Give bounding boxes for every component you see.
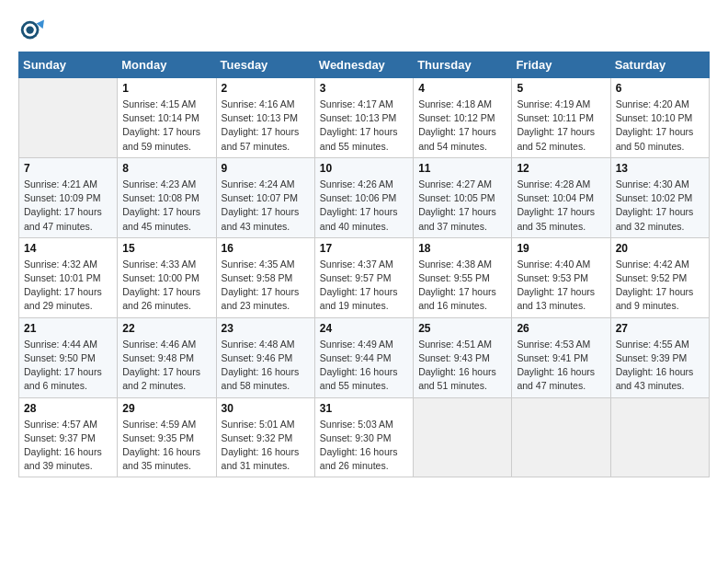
calendar-cell — [19, 78, 118, 158]
day-number: 17 — [320, 242, 408, 255]
day-info: Sunrise: 4:49 AM Sunset: 9:44 PM Dayligh… — [320, 338, 408, 394]
day-info: Sunrise: 4:59 AM Sunset: 9:35 PM Dayligh… — [122, 418, 210, 474]
weekday-header-monday: Monday — [118, 52, 216, 78]
day-info: Sunrise: 4:32 AM Sunset: 10:01 PM Daylig… — [24, 258, 112, 314]
day-info: Sunrise: 4:51 AM Sunset: 9:43 PM Dayligh… — [418, 338, 506, 394]
weekday-header-saturday: Saturday — [610, 52, 709, 78]
day-number: 22 — [122, 322, 210, 335]
day-info: Sunrise: 4:44 AM Sunset: 9:50 PM Dayligh… — [24, 338, 112, 394]
day-info: Sunrise: 4:48 AM Sunset: 9:46 PM Dayligh… — [222, 338, 310, 394]
day-info: Sunrise: 5:03 AM Sunset: 9:30 PM Dayligh… — [320, 418, 408, 474]
day-number: 2 — [222, 82, 310, 95]
day-number: 20 — [616, 242, 704, 255]
calendar-cell: 27Sunrise: 4:55 AM Sunset: 9:39 PM Dayli… — [610, 317, 709, 397]
calendar-week-row: 21Sunrise: 4:44 AM Sunset: 9:50 PM Dayli… — [19, 317, 710, 397]
calendar-cell: 28Sunrise: 4:57 AM Sunset: 9:37 PM Dayli… — [19, 397, 118, 477]
day-info: Sunrise: 4:18 AM Sunset: 10:12 PM Daylig… — [418, 98, 506, 154]
day-number: 5 — [517, 82, 605, 95]
day-info: Sunrise: 4:57 AM Sunset: 9:37 PM Dayligh… — [24, 418, 112, 474]
day-number: 14 — [24, 242, 112, 255]
day-info: Sunrise: 4:15 AM Sunset: 10:14 PM Daylig… — [122, 98, 210, 154]
page-header — [18, 18, 710, 44]
day-info: Sunrise: 4:26 AM Sunset: 10:06 PM Daylig… — [320, 178, 408, 234]
calendar-cell: 2Sunrise: 4:16 AM Sunset: 10:13 PM Dayli… — [216, 78, 314, 158]
calendar-cell: 17Sunrise: 4:37 AM Sunset: 9:57 PM Dayli… — [314, 237, 413, 317]
calendar-cell: 12Sunrise: 4:28 AM Sunset: 10:04 PM Dayl… — [512, 157, 610, 237]
day-info: Sunrise: 4:23 AM Sunset: 10:08 PM Daylig… — [122, 178, 210, 234]
day-info: Sunrise: 4:35 AM Sunset: 9:58 PM Dayligh… — [222, 258, 310, 314]
calendar-cell: 8Sunrise: 4:23 AM Sunset: 10:08 PM Dayli… — [118, 157, 216, 237]
calendar-cell: 24Sunrise: 4:49 AM Sunset: 9:44 PM Dayli… — [314, 317, 413, 397]
calendar-week-row: 1Sunrise: 4:15 AM Sunset: 10:14 PM Dayli… — [19, 78, 710, 158]
day-info: Sunrise: 4:38 AM Sunset: 9:55 PM Dayligh… — [418, 258, 506, 314]
day-info: Sunrise: 4:19 AM Sunset: 10:11 PM Daylig… — [517, 98, 605, 154]
day-number: 25 — [418, 322, 506, 335]
day-number: 29 — [122, 402, 210, 415]
day-number: 1 — [122, 82, 210, 95]
day-number: 10 — [320, 162, 408, 175]
day-number: 8 — [122, 162, 210, 175]
calendar-cell: 6Sunrise: 4:20 AM Sunset: 10:10 PM Dayli… — [610, 78, 709, 158]
day-number: 9 — [222, 162, 310, 175]
day-number: 31 — [320, 402, 408, 415]
day-number: 21 — [24, 322, 112, 335]
calendar-cell: 18Sunrise: 4:38 AM Sunset: 9:55 PM Dayli… — [414, 237, 512, 317]
calendar-week-row: 7Sunrise: 4:21 AM Sunset: 10:09 PM Dayli… — [19, 157, 710, 237]
calendar-week-row: 28Sunrise: 4:57 AM Sunset: 9:37 PM Dayli… — [19, 397, 710, 477]
day-info: Sunrise: 4:42 AM Sunset: 9:52 PM Dayligh… — [616, 258, 704, 314]
day-number: 18 — [418, 242, 506, 255]
day-info: Sunrise: 4:27 AM Sunset: 10:05 PM Daylig… — [418, 178, 506, 234]
calendar-cell: 4Sunrise: 4:18 AM Sunset: 10:12 PM Dayli… — [414, 78, 512, 158]
calendar-cell — [414, 397, 512, 477]
logo-icon — [18, 18, 44, 44]
calendar-cell: 25Sunrise: 4:51 AM Sunset: 9:43 PM Dayli… — [414, 317, 512, 397]
day-info: Sunrise: 4:30 AM Sunset: 10:02 PM Daylig… — [616, 178, 704, 234]
calendar-cell — [610, 397, 709, 477]
day-number: 23 — [222, 322, 310, 335]
calendar-cell: 31Sunrise: 5:03 AM Sunset: 9:30 PM Dayli… — [314, 397, 413, 477]
day-info: Sunrise: 4:21 AM Sunset: 10:09 PM Daylig… — [24, 178, 112, 234]
day-number: 11 — [418, 162, 506, 175]
day-number: 4 — [418, 82, 506, 95]
weekday-header-row: SundayMondayTuesdayWednesdayThursdayFrid… — [19, 52, 710, 78]
day-number: 28 — [24, 402, 112, 415]
day-info: Sunrise: 4:55 AM Sunset: 9:39 PM Dayligh… — [616, 338, 704, 394]
day-number: 6 — [616, 82, 704, 95]
calendar-cell: 1Sunrise: 4:15 AM Sunset: 10:14 PM Dayli… — [118, 78, 216, 158]
day-info: Sunrise: 4:53 AM Sunset: 9:41 PM Dayligh… — [517, 338, 605, 394]
calendar-cell: 13Sunrise: 4:30 AM Sunset: 10:02 PM Dayl… — [610, 157, 709, 237]
day-info: Sunrise: 4:37 AM Sunset: 9:57 PM Dayligh… — [320, 258, 408, 314]
calendar-cell: 15Sunrise: 4:33 AM Sunset: 10:00 PM Dayl… — [118, 237, 216, 317]
day-info: Sunrise: 4:28 AM Sunset: 10:04 PM Daylig… — [517, 178, 605, 234]
weekday-header-sunday: Sunday — [19, 52, 118, 78]
calendar-cell: 21Sunrise: 4:44 AM Sunset: 9:50 PM Dayli… — [19, 317, 118, 397]
day-number: 3 — [320, 82, 408, 95]
calendar-cell: 3Sunrise: 4:17 AM Sunset: 10:13 PM Dayli… — [314, 78, 413, 158]
calendar-cell: 29Sunrise: 4:59 AM Sunset: 9:35 PM Dayli… — [118, 397, 216, 477]
weekday-header-tuesday: Tuesday — [216, 52, 314, 78]
day-number: 30 — [222, 402, 310, 415]
day-number: 15 — [122, 242, 210, 255]
logo — [18, 18, 48, 44]
day-info: Sunrise: 4:17 AM Sunset: 10:13 PM Daylig… — [320, 98, 408, 154]
calendar-cell: 26Sunrise: 4:53 AM Sunset: 9:41 PM Dayli… — [512, 317, 610, 397]
day-number: 7 — [24, 162, 112, 175]
day-info: Sunrise: 4:33 AM Sunset: 10:00 PM Daylig… — [122, 258, 210, 314]
calendar-cell: 14Sunrise: 4:32 AM Sunset: 10:01 PM Dayl… — [19, 237, 118, 317]
svg-point-2 — [26, 26, 33, 33]
calendar-week-row: 14Sunrise: 4:32 AM Sunset: 10:01 PM Dayl… — [19, 237, 710, 317]
calendar-cell: 7Sunrise: 4:21 AM Sunset: 10:09 PM Dayli… — [19, 157, 118, 237]
day-info: Sunrise: 4:46 AM Sunset: 9:48 PM Dayligh… — [122, 338, 210, 394]
calendar-cell: 10Sunrise: 4:26 AM Sunset: 10:06 PM Dayl… — [314, 157, 413, 237]
calendar-table: SundayMondayTuesdayWednesdayThursdayFrid… — [18, 52, 710, 477]
day-number: 13 — [616, 162, 704, 175]
day-number: 16 — [222, 242, 310, 255]
calendar-cell: 30Sunrise: 5:01 AM Sunset: 9:32 PM Dayli… — [216, 397, 314, 477]
weekday-header-thursday: Thursday — [414, 52, 512, 78]
day-info: Sunrise: 4:40 AM Sunset: 9:53 PM Dayligh… — [517, 258, 605, 314]
calendar-cell: 19Sunrise: 4:40 AM Sunset: 9:53 PM Dayli… — [512, 237, 610, 317]
day-number: 19 — [517, 242, 605, 255]
calendar-cell: 9Sunrise: 4:24 AM Sunset: 10:07 PM Dayli… — [216, 157, 314, 237]
day-number: 26 — [517, 322, 605, 335]
day-info: Sunrise: 4:24 AM Sunset: 10:07 PM Daylig… — [222, 178, 310, 234]
